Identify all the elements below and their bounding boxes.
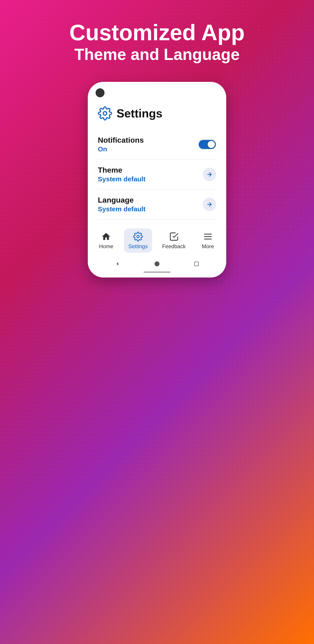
recents-button[interactable] [192, 260, 200, 268]
nav-more-label: More [202, 243, 214, 250]
nav-home-label: Home [99, 243, 113, 250]
language-title: Language [98, 196, 145, 204]
header-title-line1: Customized App [69, 20, 245, 45]
camera-dot [96, 88, 105, 97]
language-arrow-button[interactable] [203, 198, 216, 211]
home-icon [101, 232, 111, 242]
home-button[interactable] [153, 260, 161, 268]
nav-item-settings[interactable]: Settings [124, 228, 152, 253]
nav-item-more[interactable]: More [196, 228, 220, 253]
phone-screen: Settings Notifications On T [89, 83, 225, 276]
screen-content: Settings Notifications On T [89, 100, 225, 224]
nav-item-home[interactable]: Home [94, 228, 118, 253]
page-title: Settings [117, 107, 162, 120]
nav-item-feedback[interactable]: Feedback [158, 228, 190, 253]
phone-frame: Settings Notifications On T [88, 82, 226, 278]
back-button[interactable] [114, 260, 122, 268]
nav-settings-label: Settings [128, 243, 148, 250]
notifications-text: Notifications On [98, 136, 144, 153]
header-section: Customized App Theme and Language [69, 20, 245, 64]
more-icon [203, 232, 213, 242]
system-nav [89, 256, 225, 270]
page-header: Settings [98, 106, 216, 120]
language-text: Language System default [98, 196, 145, 213]
header-title-line2: Theme and Language [69, 45, 245, 64]
theme-value: System default [98, 175, 145, 183]
feedback-icon [169, 232, 179, 242]
settings-item-theme[interactable]: Theme System default [98, 160, 216, 190]
bottom-nav: Home Settings [89, 224, 225, 256]
language-value: System default [98, 205, 145, 213]
theme-arrow-button[interactable] [203, 168, 216, 181]
notifications-value: On [98, 145, 144, 153]
toggle-thumb [208, 141, 215, 148]
settings-item-language[interactable]: Language System default [98, 190, 216, 219]
theme-title: Theme [98, 166, 145, 174]
settings-list: Notifications On Theme System default [98, 130, 216, 219]
settings-item-notifications[interactable]: Notifications On [98, 130, 216, 160]
notifications-title: Notifications [98, 136, 144, 144]
settings-nav-icon [133, 232, 143, 242]
home-indicator [144, 272, 170, 273]
nav-feedback-label: Feedback [162, 243, 186, 250]
status-bar [89, 83, 225, 100]
notifications-toggle[interactable] [198, 140, 216, 149]
theme-text: Theme System default [98, 166, 145, 183]
gear-icon [98, 106, 112, 120]
